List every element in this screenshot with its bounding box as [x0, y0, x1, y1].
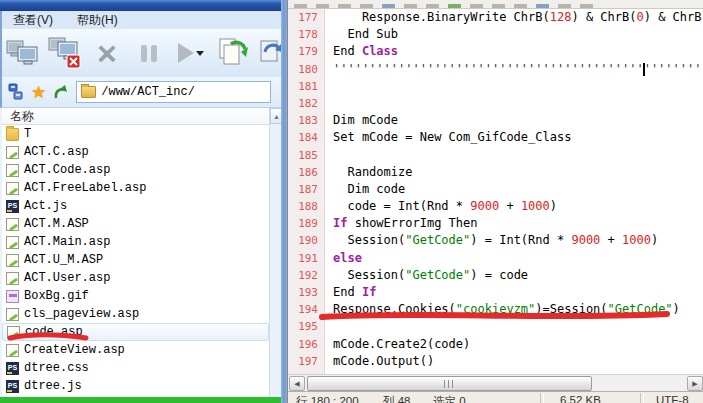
code-line[interactable]: 191else — [288, 250, 703, 267]
thumb-grip — [444, 380, 456, 388]
file-row[interactable]: cls_pageview.asp — [2, 305, 269, 323]
asp-icon — [6, 182, 19, 195]
code-line[interactable]: 182 — [288, 95, 703, 112]
line-number: 180 — [288, 61, 325, 78]
file-row[interactable]: T — [2, 125, 269, 143]
code-line[interactable]: 178 End Sub — [288, 26, 703, 43]
code-text: mCode.Output() — [325, 353, 434, 370]
ps-icon: PS — [6, 380, 19, 393]
horizontal-scrollbar[interactable]: ◀ ▶ — [288, 374, 703, 391]
file-row[interactable]: PSAct.js — [2, 197, 269, 215]
file-row[interactable]: BoxBg.gif — [2, 287, 269, 305]
asp-icon — [6, 146, 19, 159]
code-line[interactable]: 180'''''''''''''''''''''''''''''''''''''… — [288, 61, 703, 78]
transfer-icon — [215, 36, 251, 70]
scrollbar-thumb[interactable] — [307, 376, 592, 391]
file-row[interactable]: ACT.C.asp — [2, 143, 269, 161]
file-name: dtree.js — [24, 379, 82, 393]
code-line[interactable]: 181 — [288, 78, 703, 95]
asp-icon — [6, 236, 19, 249]
ftp-client-window: 查看(V) 帮助(H) — [0, 0, 287, 403]
code-line[interactable]: 183Dim mCode — [288, 112, 703, 129]
file-row[interactable]: code.asp — [2, 323, 269, 341]
file-row[interactable]: PSdtree.js — [2, 377, 269, 395]
line-number: 197 — [288, 353, 325, 370]
line-number: 181 — [288, 78, 325, 95]
code-text: End Class — [325, 43, 398, 60]
code-text: End If — [325, 284, 376, 301]
line-number: 187 — [288, 181, 325, 198]
code-line[interactable]: 179End Class — [288, 43, 703, 60]
resume-button[interactable] — [170, 32, 212, 74]
asp-icon — [6, 344, 19, 357]
pause-button[interactable] — [128, 32, 170, 74]
scroll-right-icon[interactable]: ▶ — [687, 376, 703, 391]
file-name: ACT.Code.asp — [24, 163, 110, 177]
code-line[interactable]: 184Set mCode = New Com_GifCode_Class — [288, 129, 703, 146]
line-number: 186 — [288, 164, 325, 181]
connect-button[interactable] — [2, 32, 44, 74]
code-editor-window: 177 Response.BinaryWrite ChrB(128) & Chr… — [287, 0, 703, 403]
menu-bar: 查看(V) 帮助(H) — [0, 11, 285, 29]
status-bar: 行 180 : 200 列 48 选定 0 6.52 KB UTF-8 — [288, 391, 703, 403]
line-number: 190 — [288, 232, 325, 249]
file-row[interactable]: ACT.M.ASP — [2, 215, 269, 233]
file-row[interactable]: ACT.U_M.ASP — [2, 251, 269, 269]
file-name: code.asp — [25, 325, 83, 339]
file-row[interactable]: CreateView.asp — [2, 341, 269, 359]
quick-toolbar: ★ /www/ACT_inc/ — [0, 77, 285, 108]
status-separator — [640, 393, 644, 403]
status-column: 列 48 — [383, 394, 411, 403]
gif-icon — [6, 290, 19, 303]
play-icon — [178, 43, 194, 63]
path-input[interactable]: /www/ACT_inc/ — [76, 81, 271, 103]
code-line[interactable]: 194Response.Cookies("cookieyzm")=Session… — [288, 301, 703, 318]
status-separator — [540, 393, 544, 403]
file-name: ACT.FreeLabel.asp — [24, 181, 146, 195]
menu-help[interactable]: 帮助(H) — [74, 11, 121, 30]
code-text: ''''''''''''''''''''''''''''''''''''''''… — [325, 61, 703, 78]
code-line[interactable]: 197mCode.Output() — [288, 353, 703, 370]
code-text: else — [325, 250, 362, 267]
pause-icon — [141, 45, 157, 62]
code-line[interactable]: 185 — [288, 147, 703, 164]
up-directory-button[interactable] — [52, 83, 70, 101]
site-manager-button[interactable] — [8, 83, 25, 101]
file-row[interactable]: ACT.Code.asp — [2, 161, 269, 179]
code-line[interactable]: 188 code = Int(Rnd * 9000 + 1000) — [288, 198, 703, 215]
code-line[interactable]: 196mCode.Create2(code) — [288, 336, 703, 353]
file-row[interactable]: PSdtree.css — [2, 359, 269, 377]
code-line[interactable]: 190 Session("GetCode") = Int(Rnd * 9000 … — [288, 232, 703, 249]
favorites-button[interactable]: ★ — [31, 84, 46, 101]
code-line[interactable]: 177 Response.BinaryWrite ChrB(128) & Chr… — [288, 9, 703, 26]
status-position: 行 180 : 200 — [296, 394, 359, 403]
column-header-name[interactable]: 名称 — [2, 108, 269, 125]
disconnect-button[interactable] — [44, 32, 86, 74]
main-toolbar: × — [0, 29, 287, 78]
code-line[interactable]: 187 Dim code — [288, 181, 703, 198]
code-text: code = Int(Rnd * 9000 + 1000) — [325, 198, 557, 215]
ps-icon: PS — [6, 200, 19, 213]
line-number: 178 — [288, 26, 325, 43]
code-line[interactable]: 186 Randomize — [288, 164, 703, 181]
asp-icon — [6, 164, 19, 177]
file-row[interactable]: ACT.User.asp — [2, 269, 269, 287]
file-row[interactable]: ACT.Main.asp — [2, 233, 269, 251]
up-arrow-icon — [52, 83, 70, 101]
code-line[interactable]: 192 Session("GetCode") = code — [288, 267, 703, 284]
ps-icon: PS — [6, 362, 19, 375]
code-line[interactable]: 189If showErrorImg Then — [288, 215, 703, 232]
code-area[interactable]: 177 Response.BinaryWrite ChrB(128) & Chr… — [288, 9, 703, 374]
abort-button[interactable]: × — [86, 32, 128, 74]
transfer-button[interactable] — [212, 32, 254, 74]
code-line[interactable]: 195 — [288, 318, 703, 335]
status-filesize: 6.52 KB — [560, 394, 601, 403]
file-row[interactable]: ACT.FreeLabel.asp — [2, 179, 269, 197]
scroll-left-icon[interactable]: ◀ — [289, 376, 305, 391]
code-text: Set mCode = New Com_GifCode_Class — [325, 129, 571, 146]
code-line[interactable]: 193End If — [288, 284, 703, 301]
left-window-titlebar[interactable] — [0, 0, 287, 11]
line-number: 193 — [288, 284, 325, 301]
menu-view[interactable]: 查看(V) — [10, 11, 56, 30]
line-number: 191 — [288, 250, 325, 267]
